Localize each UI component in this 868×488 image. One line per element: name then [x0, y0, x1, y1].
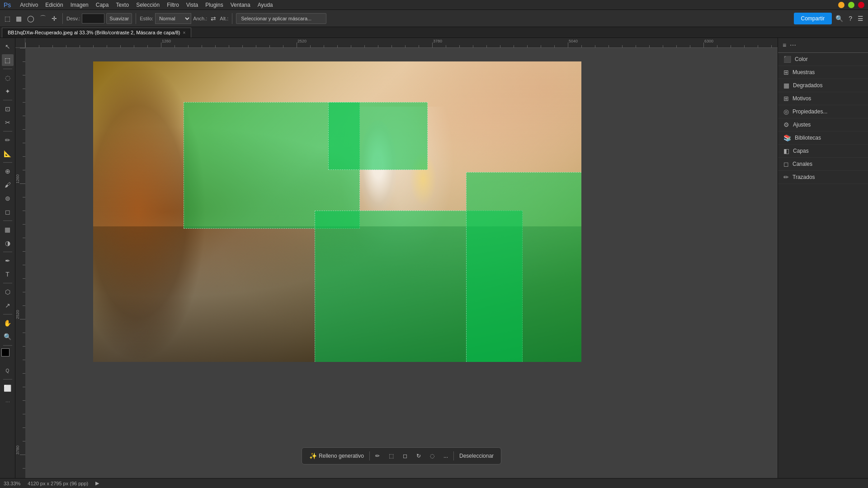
menu-plugins[interactable]: Plugins — [205, 2, 223, 8]
settings-btn[interactable]: ☰ — [856, 13, 865, 24]
panel-item-canales[interactable]: ◻ Canales — [778, 158, 868, 171]
panel-item-capas[interactable]: ◧ Capas — [778, 145, 868, 158]
tool-slice[interactable]: ✂ — [2, 117, 14, 128]
mask-button[interactable]: Seleccionar y aplicar máscara... — [236, 13, 326, 24]
motivos-icon: ⊞ — [783, 95, 789, 102]
vertical-ruler — [15, 48, 25, 478]
generative-fill-btn[interactable]: ✨ Relleno generativo — [306, 450, 368, 462]
panel-item-trazados[interactable]: ✏ Trazados — [778, 171, 868, 184]
foreground-color-swatch[interactable] — [1, 348, 9, 357]
menu-texto[interactable]: Texto — [116, 2, 129, 8]
separator-2 — [136, 13, 136, 24]
deselect-btn[interactable]: Deseleccionar — [456, 450, 497, 462]
tool-zoom[interactable]: 🔍 — [2, 331, 14, 343]
ctx-square-btn[interactable]: ◻ — [399, 450, 411, 462]
tool-dodge[interactable]: ◑ — [2, 237, 14, 249]
help-btn[interactable]: ? — [847, 13, 854, 24]
panel-capas-label: Capas — [793, 148, 809, 154]
share-button[interactable]: Compartir — [794, 13, 832, 24]
panel-ajustes-label: Ajustes — [793, 122, 811, 128]
tool-ruler[interactable]: 📐 — [2, 148, 14, 160]
ruler-corner — [15, 38, 25, 48]
tool-selection[interactable]: ⬚ — [2, 54, 14, 66]
desv-label: Desv.: — [66, 16, 80, 21]
minimize-btn[interactable] — [838, 2, 844, 8]
tool-sep-6 — [3, 252, 12, 252]
tool-eraser[interactable]: ◻ — [2, 206, 14, 218]
elliptical-marquee-btn[interactable]: ◯ — [25, 13, 36, 24]
suavizar-btn[interactable]: Suavizar — [106, 13, 132, 24]
trazados-icon: ✏ — [783, 174, 789, 181]
tool-crop[interactable]: ⊡ — [2, 103, 14, 115]
ctx-rotate-btn[interactable]: ↻ — [413, 450, 425, 462]
left-toolbox: ↖ ⬚ ◌ ✦ ⊡ ✂ ✏ 📐 ⊕ 🖌 ⊚ ◻ ▦ ◑ ✒ T ⬡ ↗ ✋ 🔍 … — [0, 38, 15, 478]
menubar: Ps Archivo Edición Imagen Capa Texto Sel… — [0, 0, 868, 10]
close-btn[interactable] — [858, 2, 864, 8]
panel-item-motivos[interactable]: ⊞ Motivos — [778, 92, 868, 105]
right-panel-header: ≡ ⋯ — [778, 38, 868, 53]
document-tab[interactable]: BB1hqDXw-Recuperado.jpeg al 33.3% (Brill… — [2, 28, 191, 38]
tab-close-btn[interactable]: × — [183, 30, 186, 35]
canvas-scroll[interactable]: ✨ Relleno generativo ✏ ⬚ ◻ ↻ ◌ ... Desel… — [25, 48, 778, 478]
tool-extra[interactable]: ⋯ — [2, 396, 14, 408]
panel-item-bibliotecas[interactable]: 📚 Bibliotecas — [778, 131, 868, 145]
toolbar: ⬚ ▦ ◯ ⌒ ✛ Desv.: Suavizar Estilo: Normal… — [0, 10, 868, 27]
tool-direct-select[interactable]: ↗ — [2, 300, 14, 311]
panel-item-propiedades[interactable]: ◎ Propiedades... — [778, 105, 868, 118]
tool-brush[interactable]: 🖌 — [2, 179, 14, 191]
ctx-transform-btn[interactable]: ⬚ — [385, 450, 397, 462]
menu-capa[interactable]: Capa — [96, 2, 109, 8]
desv-input[interactable] — [82, 14, 104, 23]
maximize-btn[interactable] — [848, 2, 854, 8]
tool-move[interactable]: ↖ — [2, 41, 14, 52]
panel-item-degradados[interactable]: ▦ Degradados — [778, 79, 868, 92]
menu-vista[interactable]: Vista — [186, 2, 198, 8]
tool-sep-1 — [3, 69, 12, 69]
tool-text[interactable]: T — [2, 268, 14, 280]
menu-imagen[interactable]: Imagen — [71, 2, 89, 8]
generative-fill-label: Relleno generativo — [319, 453, 364, 459]
tab-title: BB1hqDXw-Recuperado.jpeg al 33.3% (Brill… — [8, 30, 180, 35]
menu-seleccion[interactable]: Selección — [136, 2, 160, 8]
ctx-brush-btn[interactable]: ✏ — [372, 450, 383, 462]
estilo-select[interactable]: Normal Tamaño fijo Proporciones fijas — [155, 13, 191, 24]
panel-item-ajustes[interactable]: ⚙ Ajustes — [778, 118, 868, 131]
main-area: ↖ ⬚ ◌ ✦ ⊡ ✂ ✏ 📐 ⊕ 🖌 ⊚ ◻ ▦ ◑ ✒ T ⬡ ↗ ✋ 🔍 … — [0, 38, 868, 478]
color-swatches[interactable] — [1, 348, 14, 361]
new-document-btn[interactable]: ⬚ — [3, 13, 12, 24]
tool-gradient[interactable]: ▦ — [2, 224, 14, 235]
ctx-feather-btn[interactable]: ◌ — [426, 450, 438, 462]
search-btn[interactable]: 🔍 — [834, 13, 845, 24]
ctx-more-btn[interactable]: ... — [440, 450, 452, 462]
menu-ventana[interactable]: Ventana — [231, 2, 250, 8]
tool-hand[interactable]: ✋ — [2, 317, 14, 329]
menu-ayuda[interactable]: Ayuda — [258, 2, 273, 8]
panel-menu-btn[interactable]: ⋯ — [789, 41, 797, 50]
menu-archivo[interactable]: Archivo — [20, 2, 38, 8]
move-btn[interactable]: ✛ — [50, 13, 59, 24]
rectangular-marquee-btn[interactable]: ▦ — [14, 13, 24, 24]
tool-pen[interactable]: ✒ — [2, 255, 14, 267]
panel-bibliotecas-label: Bibliotecas — [795, 135, 821, 141]
panel-item-color[interactable]: ⬛ Color — [778, 53, 868, 66]
lasso-btn[interactable]: ⌒ — [38, 13, 48, 24]
tool-eyedropper[interactable]: ✏ — [2, 134, 14, 146]
tool-lasso[interactable]: ◌ — [2, 72, 14, 84]
panel-item-muestras[interactable]: ⊞ Muestras — [778, 66, 868, 79]
tool-stamp[interactable]: ⊚ — [2, 192, 14, 204]
menu-edicion[interactable]: Edición — [45, 2, 63, 8]
panel-propiedades-label: Propiedades... — [793, 108, 827, 115]
tool-screen-mode[interactable]: ⬜ — [2, 382, 14, 394]
tool-magic-wand[interactable]: ✦ — [2, 85, 14, 97]
swap-btn[interactable]: ⇄ — [209, 13, 218, 24]
image-dimensions: 4120 px x 2795 px (96 ppp) — [28, 481, 88, 486]
anch-label: Anch.: — [193, 16, 207, 21]
panel-degradados-label: Degradados — [793, 82, 822, 89]
menu-filtro[interactable]: Filtro — [167, 2, 179, 8]
panel-collapse-btn[interactable]: ≡ — [782, 41, 787, 50]
ajustes-icon: ⚙ — [783, 121, 789, 128]
statusbar: 33.33% 4120 px x 2795 px (96 ppp) ▶ — [0, 478, 868, 488]
tool-heal[interactable]: ⊕ — [2, 165, 14, 177]
tool-shape[interactable]: ⬡ — [2, 286, 14, 298]
tool-quick-mask[interactable]: Q — [2, 365, 14, 376]
